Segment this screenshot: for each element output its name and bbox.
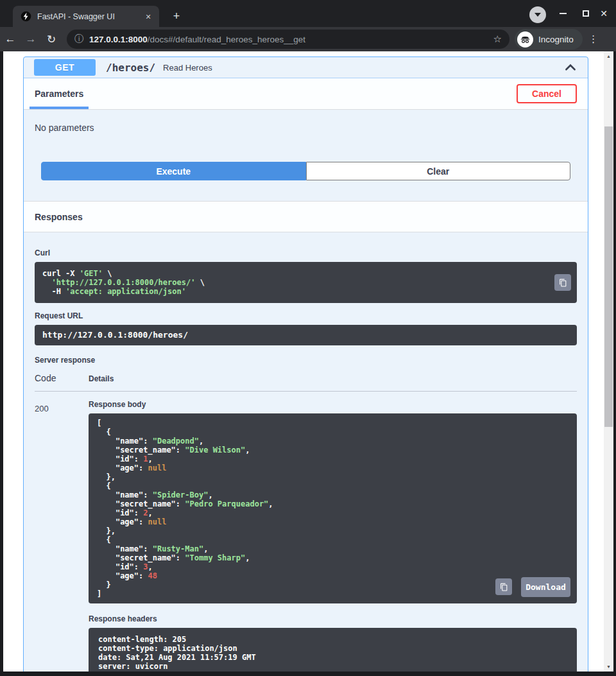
incognito-label: Incognito (538, 35, 574, 44)
execute-row: Execute Clear (41, 162, 570, 180)
server-response-label: Server response (35, 356, 577, 365)
back-icon[interactable]: ← (0, 33, 21, 46)
forward-icon[interactable]: → (21, 33, 41, 46)
responses-title: Responses (35, 212, 83, 222)
response-headers-text: content-length: 205content-type: applica… (98, 635, 569, 671)
download-button[interactable]: Download (521, 577, 570, 597)
response-row: 200 Response body [ { "name": "Deadpond"… (35, 400, 577, 672)
url-path: /docs#/default/read_heroes_heroes__get (148, 35, 305, 44)
request-url-label: Request URL (35, 311, 577, 320)
responses-body: Curl curl -X 'GET' \ 'http://127.0.0.1:8… (24, 232, 588, 672)
tab-title: FastAPI - Swagger UI (37, 12, 142, 21)
chevron-down-icon (535, 13, 541, 17)
browser-window: FastAPI - Swagger UI ✕ + ✕ ← → ↻ ⓘ 127.0… (0, 0, 616, 676)
swagger-page: GET /heroes/ Read Heroes Parameters Canc… (3, 51, 604, 672)
url-text: 127.0.0.1:8000/docs#/default/read_heroes… (89, 35, 488, 44)
new-tab-button[interactable]: + (168, 8, 185, 25)
scroll-down-icon[interactable]: ▼ (604, 662, 613, 672)
status-code: 200 (35, 400, 89, 672)
endpoint-summary: Read Heroes (163, 63, 563, 73)
parameters-header: Parameters Cancel (24, 78, 588, 110)
response-details: Response body [ { "name": "Deadpond", "s… (89, 400, 577, 672)
response-headers-block: content-length: 205content-type: applica… (89, 628, 577, 672)
response-table-header: Code Details (35, 373, 577, 392)
response-body-json: [ { "name": "Deadpond", "secret_name": "… (97, 419, 569, 598)
tab-strip: FastAPI - Swagger UI ✕ + ✕ (0, 0, 616, 27)
incognito-icon (517, 31, 533, 48)
fastapi-favicon-icon (21, 11, 31, 22)
maximize-icon (583, 10, 589, 17)
clipboard-icon (500, 583, 508, 591)
opblock-get-heroes: GET /heroes/ Read Heroes Parameters Canc… (23, 56, 588, 672)
tab-search-button[interactable] (529, 6, 546, 23)
request-url-text: http://127.0.0.1:8000/heroes/ (42, 330, 188, 340)
method-badge: GET (34, 59, 96, 76)
clear-button[interactable]: Clear (306, 162, 571, 180)
execute-button[interactable]: Execute (41, 162, 306, 180)
incognito-badge: Incognito (515, 29, 583, 49)
details-column-header: Details (89, 374, 114, 383)
page-scrollbar[interactable]: ▲ ▼ (604, 51, 613, 672)
minimize-icon (560, 13, 567, 14)
window-minimize-button[interactable] (553, 0, 572, 27)
response-body-label: Response body (89, 400, 577, 409)
endpoint-path: /heroes/ (106, 62, 155, 74)
parameters-body: No parameters Execute Clear (24, 110, 588, 180)
response-body-block: [ { "name": "Deadpond", "secret_name": "… (89, 413, 577, 603)
cancel-button[interactable]: Cancel (517, 84, 577, 103)
tab-close-icon[interactable]: ✕ (142, 11, 154, 22)
bookmark-star-icon[interactable]: ☆ (493, 33, 502, 45)
scrollbar-thumb[interactable] (604, 126, 613, 427)
parameters-title: Parameters (35, 89, 83, 99)
copy-response-button[interactable] (495, 578, 512, 595)
parameters-tab-underline (30, 107, 89, 109)
copy-curl-button[interactable] (554, 274, 571, 291)
window-maximize-button[interactable] (576, 0, 595, 27)
code-column-header: Code (35, 373, 89, 383)
no-parameters-text: No parameters (35, 123, 577, 133)
curl-command-text: curl -X 'GET' \ 'http://127.0.0.1:8000/h… (42, 269, 551, 296)
reload-icon[interactable]: ↻ (41, 33, 62, 46)
request-url-block: http://127.0.0.1:8000/heroes/ (35, 325, 577, 345)
responses-header: Responses (24, 201, 588, 232)
browser-tab[interactable]: FastAPI - Swagger UI ✕ (13, 6, 159, 27)
collapse-chevron-icon[interactable] (563, 60, 578, 74)
scroll-up-icon[interactable]: ▲ (604, 51, 613, 61)
clipboard-icon (559, 279, 567, 287)
opblock-summary[interactable]: GET /heroes/ Read Heroes (24, 57, 588, 78)
response-headers-label: Response headers (89, 614, 577, 623)
site-info-icon[interactable]: ⓘ (74, 33, 83, 45)
window-close-button[interactable]: ✕ (594, 0, 613, 27)
url-bar[interactable]: ⓘ 127.0.0.1:8000/docs#/default/read_hero… (67, 30, 509, 49)
page-viewport: GET /heroes/ Read Heroes Parameters Canc… (3, 51, 613, 672)
browser-toolbar: ← → ↻ ⓘ 127.0.0.1:8000/docs#/default/rea… (0, 27, 616, 51)
curl-command-block: curl -X 'GET' \ 'http://127.0.0.1:8000/h… (35, 262, 577, 303)
url-host: 127.0.0.1:8000 (89, 35, 148, 44)
browser-menu-icon[interactable]: ⋮ (584, 33, 603, 45)
curl-label: Curl (35, 248, 577, 257)
